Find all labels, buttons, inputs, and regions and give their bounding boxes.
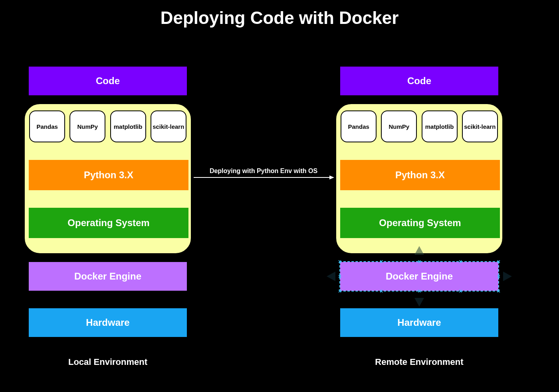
remote-os-block[interactable]: Operating System xyxy=(340,208,500,238)
remote-libs-row: Pandas NumPy matplotlib scikit-learn xyxy=(336,110,502,142)
selection-handle-icon[interactable]: × xyxy=(459,259,462,264)
local-docker-engine-block[interactable]: Docker Engine xyxy=(28,261,188,292)
local-os-block[interactable]: Operating System xyxy=(29,208,188,238)
selection-handle-icon[interactable]: × xyxy=(380,259,383,264)
remote-lib-pandas[interactable]: Pandas xyxy=(341,110,377,142)
selection-handle-icon[interactable]: × xyxy=(497,259,500,264)
local-python-block[interactable]: Python 3.X xyxy=(29,160,188,190)
selection-handle-icon[interactable]: × xyxy=(338,259,341,264)
local-lib-scikit[interactable]: scikit-learn xyxy=(151,110,186,142)
deployment-arrow-label: Deploying with Python Env with OS xyxy=(194,167,333,175)
local-code-block[interactable]: Code xyxy=(28,66,188,96)
remote-docker-engine-block[interactable]: Docker Engine × × × × × × × × × × × × xyxy=(339,261,499,292)
remote-python-block[interactable]: Python 3.X xyxy=(340,160,500,190)
local-lib-matplotlib[interactable]: matplotlib xyxy=(110,110,146,142)
selection-handle-icon[interactable]: × xyxy=(380,288,383,294)
local-lib-pandas[interactable]: Pandas xyxy=(29,110,65,142)
remote-lib-numpy[interactable]: NumPy xyxy=(381,110,417,142)
local-libs-row: Pandas NumPy matplotlib scikit-learn xyxy=(25,110,191,142)
connector-arrow-up-icon[interactable] xyxy=(414,246,424,255)
remote-environment-label: Remote Environment xyxy=(335,357,503,367)
selection-handle-icon[interactable]: × xyxy=(459,288,462,294)
connector-arrow-right-icon[interactable] xyxy=(503,272,512,281)
connector-arrow-down-icon[interactable] xyxy=(414,298,424,307)
remote-environment-column: Code Pandas NumPy matplotlib scikit-lear… xyxy=(335,66,503,367)
arrow-line-icon xyxy=(194,177,333,178)
selection-handle-icon[interactable]: × xyxy=(338,274,341,279)
selection-handle-icon[interactable]: × xyxy=(338,288,341,294)
remote-container-outline[interactable]: Pandas NumPy matplotlib scikit-learn Pyt… xyxy=(335,103,503,254)
connector-arrow-left-icon[interactable] xyxy=(327,272,335,281)
remote-hardware-block[interactable]: Hardware xyxy=(339,307,499,338)
remote-docker-engine-label: Docker Engine xyxy=(386,271,453,282)
selection-handle-icon[interactable]: × xyxy=(418,288,421,294)
page-title: Deploying Code with Docker xyxy=(0,8,559,28)
selection-handle-icon[interactable]: × xyxy=(497,274,500,279)
remote-code-block[interactable]: Code xyxy=(339,66,499,96)
remote-lib-scikit[interactable]: scikit-learn xyxy=(462,110,498,142)
remote-lib-matplotlib[interactable]: matplotlib xyxy=(422,110,458,142)
local-container-outline[interactable]: Pandas NumPy matplotlib scikit-learn Pyt… xyxy=(24,103,192,254)
local-hardware-block[interactable]: Hardware xyxy=(28,307,188,338)
local-lib-numpy[interactable]: NumPy xyxy=(69,110,105,142)
selection-handle-icon[interactable]: × xyxy=(497,288,500,294)
local-environment-column: Code Pandas NumPy matplotlib scikit-lear… xyxy=(24,66,192,367)
local-environment-label: Local Environment xyxy=(24,357,192,367)
selection-handle-icon[interactable]: × xyxy=(418,259,421,264)
deployment-arrow[interactable]: Deploying with Python Env with OS xyxy=(194,167,333,191)
